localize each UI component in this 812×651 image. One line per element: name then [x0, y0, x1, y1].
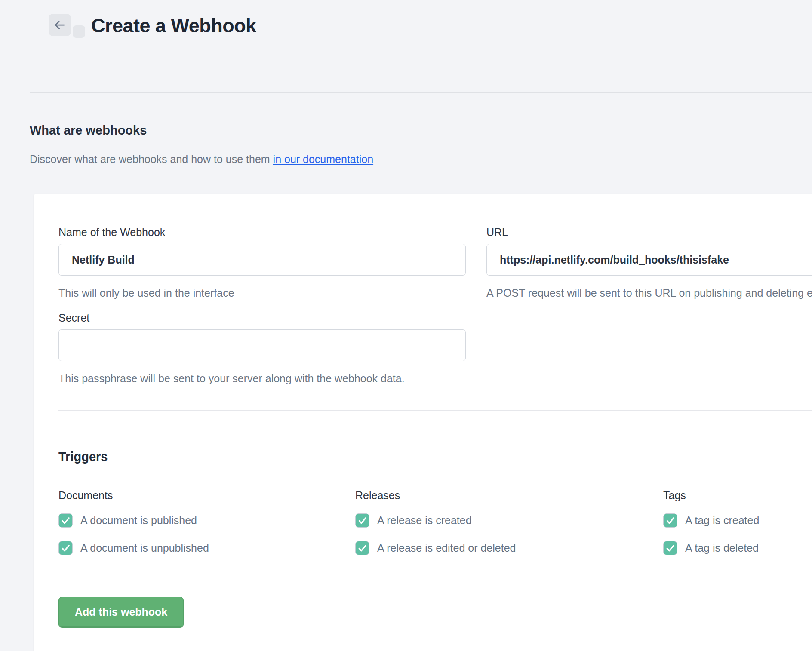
form-grid: Name of the Webhook This will only be us…	[58, 226, 812, 387]
webhook-form-card: Name of the Webhook This will only be us…	[34, 194, 812, 651]
trigger-option-release-edited-deleted[interactable]: A release is edited or deleted	[355, 541, 663, 555]
secret-input[interactable]	[58, 329, 466, 361]
form-footer: Add this webhook	[34, 578, 812, 651]
trigger-option-tag-deleted[interactable]: A tag is deleted	[663, 541, 809, 555]
intro-text: Discover what are webhooks and how to us…	[30, 151, 812, 167]
trigger-option-document-unpublished[interactable]: A document is unpublished	[58, 541, 355, 555]
header-divider	[30, 92, 812, 93]
checkmark-icon	[665, 516, 675, 525]
checkbox-checked[interactable]	[663, 541, 677, 555]
grid-spacer	[486, 311, 812, 387]
intro-section: What are webhooks Discover what are webh…	[30, 123, 812, 167]
checkbox-checked[interactable]	[58, 541, 73, 555]
url-input[interactable]	[486, 244, 812, 276]
section-divider	[58, 410, 812, 411]
trigger-groups: Documents A document is published	[58, 489, 812, 555]
name-field-help: This will only be used in the interface	[58, 285, 466, 301]
page-title: Create a Webhook	[91, 14, 256, 37]
trigger-group-releases: Releases A release is created	[355, 489, 663, 555]
checkmark-icon	[357, 543, 367, 553]
checkmark-icon	[665, 543, 675, 553]
arrow-left-icon	[53, 18, 66, 31]
trigger-option-label: A tag is created	[685, 513, 759, 528]
documentation-link[interactable]: in our documentation	[273, 153, 373, 165]
url-field-help: A POST request will be sent to this URL …	[486, 285, 812, 301]
checkbox-checked[interactable]	[355, 541, 369, 555]
intro-heading: What are webhooks	[30, 123, 812, 138]
trigger-option-label: A release is edited or deleted	[377, 541, 516, 555]
secret-field-help: This passphrase will be sent to your ser…	[58, 371, 466, 387]
back-button[interactable]	[49, 14, 71, 36]
checkbox-checked[interactable]	[663, 513, 677, 528]
secret-field-group: Secret This passphrase will be sent to y…	[58, 311, 466, 387]
trigger-group-label: Tags	[663, 489, 809, 502]
page-header: Create a Webhook	[49, 14, 812, 36]
name-input[interactable]	[58, 244, 466, 276]
checkmark-icon	[357, 516, 367, 525]
name-field-label: Name of the Webhook	[58, 226, 466, 239]
trigger-group-label: Documents	[58, 489, 355, 502]
add-webhook-button[interactable]: Add this webhook	[58, 597, 184, 628]
checkbox-checked[interactable]	[58, 513, 73, 528]
trigger-option-release-created[interactable]: A release is created	[355, 513, 663, 528]
trigger-option-label: A release is created	[377, 513, 472, 528]
trigger-group-documents: Documents A document is published	[58, 489, 355, 555]
trigger-option-label: A document is published	[80, 513, 197, 528]
trigger-option-tag-created[interactable]: A tag is created	[663, 513, 809, 528]
trigger-option-label: A tag is deleted	[685, 541, 759, 555]
triggers-heading: Triggers	[58, 449, 812, 464]
checkmark-icon	[61, 516, 71, 525]
trigger-group-tags: Tags A tag is created A tag	[663, 489, 809, 555]
intro-text-body: Discover what are webhooks and how to us…	[30, 153, 273, 165]
url-field-group: URL A POST request will be sent to this …	[486, 226, 812, 301]
trigger-option-label: A document is unpublished	[80, 541, 209, 555]
checkbox-checked[interactable]	[355, 513, 369, 528]
checkmark-icon	[61, 543, 71, 553]
secret-field-label: Secret	[58, 311, 466, 324]
trigger-option-document-published[interactable]: A document is published	[58, 513, 355, 528]
name-field-group: Name of the Webhook This will only be us…	[58, 226, 466, 301]
url-field-label: URL	[486, 226, 812, 239]
trigger-group-label: Releases	[355, 489, 663, 502]
webhook-form-body: Name of the Webhook This will only be us…	[34, 194, 812, 578]
page: { "header": { "title": "Create a Webhook…	[0, 0, 812, 651]
back-button-corner-accent	[73, 25, 85, 38]
